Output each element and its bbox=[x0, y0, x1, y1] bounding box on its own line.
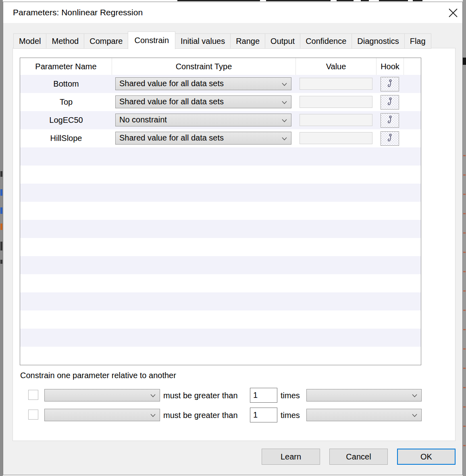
hook-icon bbox=[386, 97, 394, 108]
hook-button[interactable] bbox=[381, 95, 399, 110]
hook-icon bbox=[386, 115, 394, 126]
constraint-type-value: Shared value for all data sets bbox=[119, 79, 224, 88]
factor-input[interactable] bbox=[250, 408, 277, 422]
table-row bbox=[20, 365, 421, 365]
header-spacer bbox=[404, 58, 421, 75]
tab-compare[interactable]: Compare bbox=[84, 33, 128, 49]
hook-icon bbox=[386, 79, 394, 90]
table-row bbox=[20, 147, 421, 166]
background-top-fragment bbox=[361, 0, 369, 1]
constraint-value-input[interactable] bbox=[300, 114, 372, 126]
chevron-down-icon bbox=[150, 394, 156, 397]
header-value: Value bbox=[296, 58, 377, 75]
chevron-down-icon bbox=[150, 414, 156, 417]
close-icon bbox=[448, 8, 458, 18]
tab-diagnostics[interactable]: Diagnostics bbox=[352, 33, 404, 49]
chevron-down-icon bbox=[282, 119, 287, 122]
background-top-fragment bbox=[177, 0, 260, 1]
table-row bbox=[20, 238, 421, 256]
table-row bbox=[20, 166, 421, 184]
table-row bbox=[20, 292, 421, 310]
table-row bbox=[20, 329, 421, 347]
tab-initial-values[interactable]: Initial values bbox=[175, 33, 231, 49]
tab-range[interactable]: Range bbox=[230, 33, 265, 49]
parameter-name: HillSlope bbox=[20, 129, 112, 147]
comparison-text: must be greater than bbox=[163, 387, 238, 404]
close-button[interactable] bbox=[445, 6, 461, 20]
constraint-type-select[interactable]: Shared value for all data sets bbox=[115, 95, 291, 108]
table-body: BottomShared value for all data setsTopS… bbox=[20, 75, 421, 365]
constraint-type-select[interactable]: Shared value for all data sets bbox=[115, 132, 291, 145]
table-row bbox=[20, 202, 421, 220]
constrain-tab-page: Parameter Name Constraint Type Value Hoo… bbox=[12, 48, 456, 441]
learn-button[interactable]: Learn bbox=[262, 449, 320, 465]
tab-model[interactable]: Model bbox=[13, 33, 46, 49]
relative-param2-select[interactable] bbox=[306, 409, 422, 421]
background-top-fragment bbox=[266, 0, 331, 1]
constraint-value-input[interactable] bbox=[300, 96, 372, 108]
background-right-strip bbox=[463, 0, 466, 476]
relative-param2-select[interactable] bbox=[306, 389, 422, 401]
parameter-name: Bottom bbox=[20, 75, 112, 93]
background-top-fragment bbox=[379, 0, 408, 1]
parameters-table: Parameter Name Constraint Type Value Hoo… bbox=[20, 58, 421, 365]
parameters-dialog: Parameters: Nonlinear Regression ModelMe… bbox=[3, 2, 463, 475]
constraint-value-input[interactable] bbox=[300, 132, 372, 144]
table-row bbox=[20, 310, 421, 329]
tab-method[interactable]: Method bbox=[46, 33, 84, 49]
background-left-strip bbox=[0, 0, 3, 476]
parameter-name: LogEC50 bbox=[20, 111, 112, 129]
background-top-fragment bbox=[413, 0, 422, 1]
relative-section-label: Constrain one parameter relative to anot… bbox=[20, 371, 176, 380]
table-row: TopShared value for all data sets bbox=[20, 93, 421, 111]
constraint-type-value: No constraint bbox=[119, 115, 167, 124]
table-row: HillSlopeShared value for all data sets bbox=[20, 129, 421, 147]
table-row bbox=[20, 347, 421, 365]
relative-constraint-checkbox[interactable] bbox=[28, 410, 38, 420]
hook-button[interactable] bbox=[381, 77, 399, 91]
tab-output[interactable]: Output bbox=[265, 33, 300, 49]
header-hook: Hook bbox=[377, 58, 404, 75]
relative-param1-select[interactable] bbox=[44, 389, 160, 401]
tab-confidence[interactable]: Confidence bbox=[300, 33, 352, 49]
chevron-down-icon bbox=[282, 137, 287, 141]
dialog-title: Parameters: Nonlinear Regression bbox=[13, 2, 143, 23]
header-parameter-name: Parameter Name bbox=[20, 58, 112, 75]
table-row bbox=[20, 220, 421, 238]
table-row bbox=[20, 184, 421, 202]
title-bar: Parameters: Nonlinear Regression bbox=[3, 2, 462, 23]
ok-button[interactable]: OK bbox=[397, 449, 456, 465]
constraint-value-input[interactable] bbox=[300, 78, 372, 90]
times-text: times bbox=[281, 407, 300, 423]
chevron-down-icon bbox=[412, 414, 417, 417]
table-row: LogEC50No constraint bbox=[20, 111, 421, 129]
constraint-type-value: Shared value for all data sets bbox=[119, 133, 224, 142]
tab-bar: ModelMethodCompareConstrainInitial value… bbox=[13, 31, 431, 49]
screen: Parameters: Nonlinear Regression ModelMe… bbox=[0, 0, 466, 476]
times-text: times bbox=[281, 387, 300, 404]
tab-constrain[interactable]: Constrain bbox=[128, 31, 175, 49]
relative-constraint-row: must be greater thantimes bbox=[13, 407, 456, 423]
cancel-button[interactable]: Cancel bbox=[329, 449, 388, 465]
chevron-down-icon bbox=[412, 394, 417, 397]
chevron-down-icon bbox=[282, 83, 287, 86]
background-top-fragment bbox=[337, 0, 354, 1]
hook-button[interactable] bbox=[381, 113, 399, 128]
table-row: BottomShared value for all data sets bbox=[20, 75, 421, 93]
constraint-type-select[interactable]: No constraint bbox=[115, 114, 291, 126]
parameter-name: Top bbox=[20, 93, 112, 111]
relative-constraint-checkbox[interactable] bbox=[28, 390, 38, 400]
comparison-text: must be greater than bbox=[163, 407, 238, 423]
chevron-down-icon bbox=[282, 101, 287, 104]
table-row bbox=[20, 256, 421, 274]
constraint-type-value: Shared value for all data sets bbox=[119, 97, 224, 106]
relative-param1-select[interactable] bbox=[44, 409, 160, 421]
hook-button[interactable] bbox=[381, 131, 399, 146]
hook-icon bbox=[386, 133, 394, 144]
tab-flag[interactable]: Flag bbox=[404, 33, 431, 49]
table-row bbox=[20, 274, 421, 292]
constraint-type-select[interactable]: Shared value for all data sets bbox=[115, 77, 291, 90]
relative-constraint-row: must be greater thantimes bbox=[13, 387, 456, 404]
header-constraint-type: Constraint Type bbox=[112, 58, 296, 75]
factor-input[interactable] bbox=[250, 388, 277, 403]
